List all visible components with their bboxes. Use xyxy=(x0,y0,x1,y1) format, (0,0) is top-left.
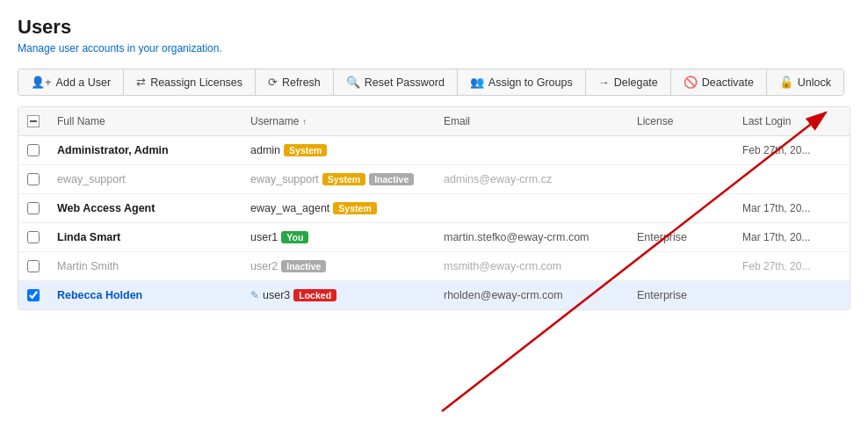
group-icon: 👥 xyxy=(470,76,484,89)
row-checkbox[interactable] xyxy=(27,260,40,272)
you-badge: You xyxy=(281,231,308,243)
add-user-button[interactable]: 👤+ Add a User xyxy=(18,69,124,95)
row-license xyxy=(628,165,734,193)
refresh-button[interactable]: ⟳ Refresh xyxy=(256,69,334,95)
system-badge: System xyxy=(322,173,365,185)
header-email: Email xyxy=(435,107,628,135)
table-row: Martin Smith user2 Inactive msmith@eway-… xyxy=(18,252,850,281)
row-fullname: Administrator, Admin xyxy=(48,136,242,164)
row-lastlogin: Feb 27th, 20... xyxy=(734,252,848,280)
table-row: Rebecca Holden ✎ user3 Locked rholden@ew… xyxy=(18,281,850,309)
reassign-licenses-button[interactable]: ⇄ Reassign Licenses xyxy=(124,69,256,95)
edit-icon[interactable]: ✎ xyxy=(250,289,259,301)
partial-select-checkbox[interactable] xyxy=(27,115,40,127)
header-fullname: Full Name xyxy=(48,107,242,135)
row-username: eway_wa_agent System xyxy=(242,194,435,222)
add-user-label: Add a User xyxy=(56,76,112,89)
sort-ascending-icon: ↑ xyxy=(302,117,307,127)
row-lastlogin: Mar 17th, 20... xyxy=(734,223,848,251)
person-add-icon: 👤+ xyxy=(31,76,52,89)
row-license: Enterprise xyxy=(628,223,734,251)
row-license xyxy=(628,136,734,164)
table-row: eway_support eway_support System Inactiv… xyxy=(18,165,850,194)
username-text: user1 xyxy=(250,231,278,243)
row-fullname: Martin Smith xyxy=(48,252,242,280)
row-checkbox-cell[interactable] xyxy=(18,194,48,222)
username-text: eway_support xyxy=(250,173,319,185)
users-table: Full Name Username ↑ Email License Last … xyxy=(18,106,850,310)
row-lastlogin: Mar 17th, 20... xyxy=(734,194,848,222)
row-lastlogin: Feb 27th, 20... xyxy=(734,136,848,164)
username-text: eway_wa_agent xyxy=(250,202,329,214)
row-checkbox[interactable] xyxy=(27,231,40,243)
row-license xyxy=(628,252,734,280)
unlock-label: Unlock xyxy=(798,76,831,89)
reassign-label: Reassign Licenses xyxy=(150,76,242,89)
row-lastlogin xyxy=(734,281,848,309)
row-email: martin.stefko@eway-crm.com xyxy=(435,223,628,251)
username-header-label: Username xyxy=(250,115,299,127)
page-title: Users xyxy=(18,16,850,39)
row-email: rholden@eway-crm.com xyxy=(435,281,628,309)
username-text: admin xyxy=(250,144,280,156)
row-username: eway_support System Inactive xyxy=(242,165,435,193)
refresh-icon: ⟳ xyxy=(268,76,278,89)
person-x-icon: 🚫 xyxy=(684,76,698,89)
row-username: user2 Inactive xyxy=(242,252,435,280)
delegate-label: Delegate xyxy=(614,76,658,89)
username-text: user3 xyxy=(263,289,290,301)
row-checkbox[interactable] xyxy=(27,202,40,214)
row-checkbox[interactable] xyxy=(27,173,40,185)
row-checkbox[interactable] xyxy=(27,289,40,301)
row-checkbox-cell[interactable] xyxy=(18,223,48,251)
header-license: License xyxy=(628,107,734,135)
row-email: msmith@eway-crm.com xyxy=(435,252,628,280)
system-badge: System xyxy=(284,144,327,156)
delegate-button[interactable]: → Delegate xyxy=(586,69,671,95)
header-username[interactable]: Username ↑ xyxy=(242,107,435,135)
system-badge: System xyxy=(333,202,376,214)
key-icon: 🔍 xyxy=(346,76,360,89)
row-username: user1 You xyxy=(242,223,435,251)
row-fullname: Linda Smart xyxy=(48,223,242,251)
row-fullname: eway_support xyxy=(48,165,242,193)
fullname-header-label: Full Name xyxy=(57,115,105,127)
reset-password-button[interactable]: 🔍 Reset Password xyxy=(334,69,458,95)
assign-groups-label: Assign to Groups xyxy=(488,76,573,89)
row-email xyxy=(435,194,628,222)
row-checkbox[interactable] xyxy=(27,144,40,156)
row-username: admin System xyxy=(242,136,435,164)
row-fullname: Web Access Agent xyxy=(48,194,242,222)
assign-groups-button[interactable]: 👥 Assign to Groups xyxy=(458,69,586,95)
inactive-badge: Inactive xyxy=(369,173,414,185)
row-username: ✎ user3 Locked xyxy=(242,281,435,309)
row-checkbox-cell[interactable] xyxy=(18,165,48,193)
arrow-right-icon: → xyxy=(598,76,610,89)
table-row: Linda Smart user1 You martin.stefko@eway… xyxy=(18,223,850,252)
table-row: Web Access Agent eway_wa_agent System Ma… xyxy=(18,194,850,223)
toolbar: 👤+ Add a User ⇄ Reassign Licenses ⟳ Refr… xyxy=(18,69,844,96)
inactive-badge: Inactive xyxy=(281,260,326,272)
reset-password-label: Reset Password xyxy=(365,76,445,89)
table-header: Full Name Username ↑ Email License Last … xyxy=(18,107,850,136)
refresh-label: Refresh xyxy=(282,76,321,89)
reassign-icon: ⇄ xyxy=(136,76,146,89)
deactivate-button[interactable]: 🚫 Deactivate xyxy=(671,69,767,95)
table-row: Administrator, Admin admin System Feb 27… xyxy=(18,136,850,165)
deactivate-label: Deactivate xyxy=(702,76,754,89)
page-subtitle: Manage user accounts in your organizatio… xyxy=(18,42,850,54)
username-text: user2 xyxy=(250,260,278,272)
header-checkbox-cell xyxy=(18,107,48,135)
row-email: admins@eway-crm.cz xyxy=(435,165,628,193)
header-lastlogin: Last Login xyxy=(734,107,848,135)
row-checkbox-cell[interactable] xyxy=(18,281,48,309)
row-fullname: Rebecca Holden xyxy=(48,281,242,309)
lastlogin-header-label: Last Login xyxy=(742,115,791,127)
lock-icon: 🔓 xyxy=(779,76,793,89)
row-lastlogin xyxy=(734,165,848,193)
row-license: Enterprise xyxy=(628,281,734,309)
row-checkbox-cell[interactable] xyxy=(18,252,48,280)
row-checkbox-cell[interactable] xyxy=(18,136,48,164)
unlock-button[interactable]: 🔓 Unlock xyxy=(767,69,843,95)
row-license xyxy=(628,194,734,222)
